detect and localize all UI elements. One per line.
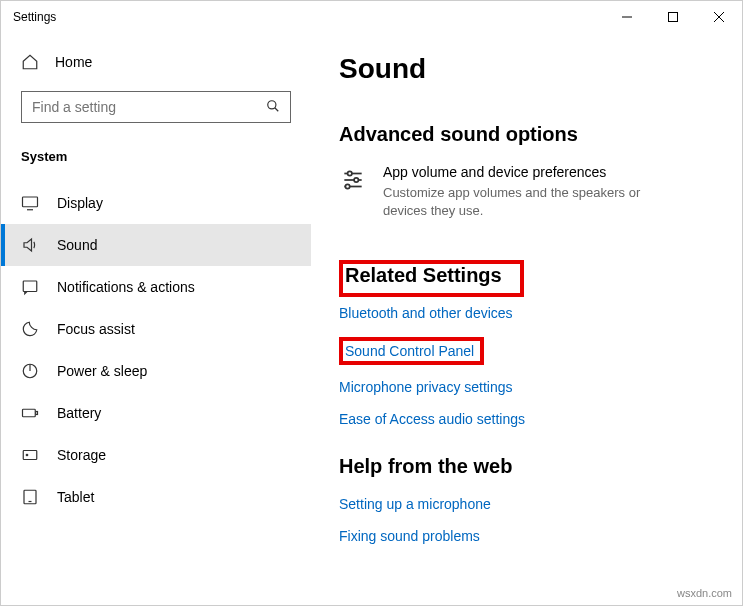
sidebar-item-label: Power & sleep xyxy=(57,363,147,379)
search-input[interactable] xyxy=(32,99,266,115)
sliders-icon xyxy=(339,166,367,194)
sidebar-item-label: Battery xyxy=(57,405,101,421)
sidebar-item-label: Sound xyxy=(57,237,97,253)
svg-point-14 xyxy=(26,454,28,456)
advanced-item-title: App volume and device preferences xyxy=(383,164,683,180)
sidebar-item-storage[interactable]: Storage xyxy=(1,434,311,476)
minimize-button[interactable] xyxy=(604,1,650,33)
link-sound-control-panel[interactable]: Sound Control Panel xyxy=(345,343,474,359)
link-setup-microphone[interactable]: Setting up a microphone xyxy=(339,496,714,512)
power-icon xyxy=(21,362,39,380)
svg-point-20 xyxy=(354,178,358,182)
main-panel: Sound Advanced sound options App volume … xyxy=(311,33,742,605)
link-microphone-privacy[interactable]: Microphone privacy settings xyxy=(339,379,714,395)
close-button[interactable] xyxy=(696,1,742,33)
window-title: Settings xyxy=(13,10,56,24)
storage-icon xyxy=(21,446,39,464)
sidebar-item-tablet[interactable]: Tablet xyxy=(1,476,311,518)
link-ease-of-access[interactable]: Ease of Access audio settings xyxy=(339,411,714,427)
svg-line-5 xyxy=(275,107,279,111)
display-icon xyxy=(21,194,39,212)
sidebar-item-battery[interactable]: Battery xyxy=(1,392,311,434)
svg-rect-13 xyxy=(23,451,37,460)
content-area: Home System Display Sound Notifications … xyxy=(1,33,742,605)
sidebar: Home System Display Sound Notifications … xyxy=(1,33,311,605)
svg-rect-11 xyxy=(23,409,36,417)
section-label: System xyxy=(1,135,311,172)
sidebar-item-focus-assist[interactable]: Focus assist xyxy=(1,308,311,350)
home-icon xyxy=(21,53,39,71)
maximize-button[interactable] xyxy=(650,1,696,33)
advanced-item-desc: Customize app volumes and the speakers o… xyxy=(383,184,683,220)
highlight-sound-control-panel: Sound Control Panel xyxy=(339,337,484,365)
page-title: Sound xyxy=(339,53,714,85)
tablet-icon xyxy=(21,488,39,506)
nav-list: Display Sound Notifications & actions Fo… xyxy=(1,182,311,518)
maximize-icon xyxy=(668,12,678,22)
highlight-related-heading: Related Settings xyxy=(339,260,524,297)
sidebar-item-display[interactable]: Display xyxy=(1,182,311,224)
sidebar-item-label: Storage xyxy=(57,447,106,463)
sidebar-item-notifications[interactable]: Notifications & actions xyxy=(1,266,311,308)
svg-rect-1 xyxy=(669,13,678,22)
search-icon xyxy=(266,99,280,116)
advanced-item-text: App volume and device preferences Custom… xyxy=(383,164,683,220)
related-heading: Related Settings xyxy=(345,264,502,286)
advanced-heading: Advanced sound options xyxy=(339,123,714,146)
sidebar-item-label: Display xyxy=(57,195,103,211)
search-box[interactable] xyxy=(21,91,291,123)
svg-point-4 xyxy=(268,100,276,108)
sidebar-item-label: Notifications & actions xyxy=(57,279,195,295)
advanced-item[interactable]: App volume and device preferences Custom… xyxy=(339,164,714,220)
window-controls xyxy=(604,1,742,33)
minimize-icon xyxy=(622,12,632,22)
notifications-icon xyxy=(21,278,39,296)
sidebar-item-power[interactable]: Power & sleep xyxy=(1,350,311,392)
svg-rect-12 xyxy=(36,412,38,415)
link-fix-sound[interactable]: Fixing sound problems xyxy=(339,528,714,544)
sidebar-item-label: Tablet xyxy=(57,489,94,505)
close-icon xyxy=(714,12,724,22)
svg-rect-8 xyxy=(23,281,37,292)
help-section: Help from the web Setting up a microphon… xyxy=(339,455,714,544)
watermark: wsxdn.com xyxy=(677,587,732,599)
link-bluetooth[interactable]: Bluetooth and other devices xyxy=(339,305,714,321)
svg-rect-6 xyxy=(23,197,38,207)
battery-icon xyxy=(21,404,39,422)
svg-point-22 xyxy=(345,184,349,188)
sidebar-item-sound[interactable]: Sound xyxy=(1,224,311,266)
sidebar-item-label: Focus assist xyxy=(57,321,135,337)
svg-point-18 xyxy=(348,171,352,175)
focus-assist-icon xyxy=(21,320,39,338)
help-heading: Help from the web xyxy=(339,455,714,478)
related-section: Related Settings Bluetooth and other dev… xyxy=(339,260,714,427)
sound-icon xyxy=(21,236,39,254)
home-button[interactable]: Home xyxy=(1,45,311,79)
home-label: Home xyxy=(55,54,92,70)
